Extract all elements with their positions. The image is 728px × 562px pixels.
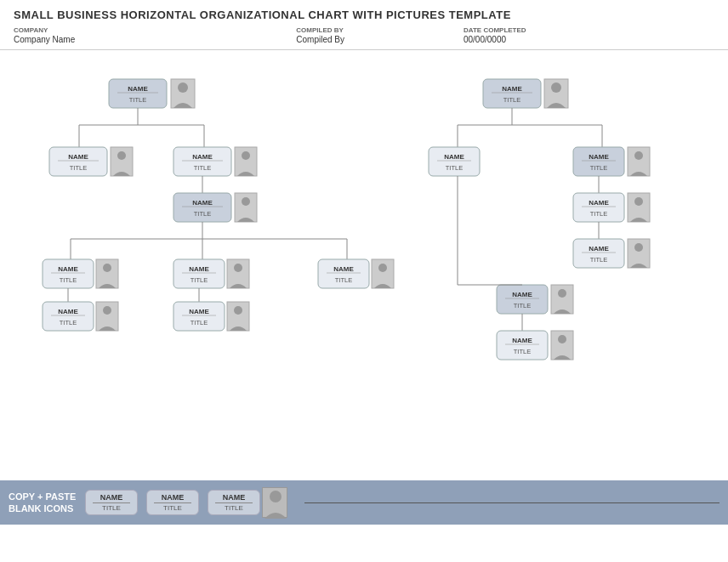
bottom-line bbox=[304, 502, 719, 503]
svg-text:NAME: NAME bbox=[58, 265, 78, 273]
svg-point-113 bbox=[558, 335, 566, 343]
svg-text:NAME: NAME bbox=[128, 85, 148, 93]
date-label: DATE COMPLETED bbox=[464, 26, 526, 34]
svg-point-58 bbox=[234, 306, 242, 315]
svg-text:NAME: NAME bbox=[189, 265, 209, 273]
svg-text:TITLE: TITLE bbox=[503, 96, 520, 104]
svg-point-85 bbox=[634, 151, 643, 160]
svg-text:TITLE: TITLE bbox=[590, 210, 607, 218]
svg-text:TITLE: TITLE bbox=[590, 256, 607, 264]
svg-text:TITLE: TITLE bbox=[60, 276, 77, 284]
svg-text:TITLE: TITLE bbox=[60, 319, 77, 326]
svg-text:NAME: NAME bbox=[58, 308, 78, 315]
svg-text:NAME: NAME bbox=[589, 245, 609, 253]
svg-text:NAME: NAME bbox=[333, 265, 354, 273]
compiled-label: COMPILED BY bbox=[296, 26, 344, 34]
svg-text:NAME: NAME bbox=[589, 153, 609, 161]
template-node-3: NAME TITLE bbox=[208, 487, 287, 518]
svg-text:TITLE: TITLE bbox=[129, 96, 146, 104]
svg-text:TITLE: TITLE bbox=[194, 164, 211, 172]
bottom-bar-label: COPY + PASTE BLANK ICONS bbox=[9, 491, 77, 515]
svg-text:TITLE: TITLE bbox=[590, 164, 607, 172]
page-title: SMALL BUSINESS HORIZONTAL ORGANIZATIONAL… bbox=[0, 0, 728, 25]
svg-text:TITLE: TITLE bbox=[514, 302, 531, 309]
svg-point-21 bbox=[242, 151, 250, 160]
svg-point-51 bbox=[234, 264, 242, 272]
meta-row: COMPANY Company Name COMPILED BY Compile… bbox=[0, 25, 728, 50]
company-value[interactable]: Company Name bbox=[14, 35, 75, 44]
svg-text:TITLE: TITLE bbox=[194, 210, 211, 218]
svg-text:NAME: NAME bbox=[68, 153, 88, 161]
svg-text:NAME: NAME bbox=[444, 153, 464, 161]
svg-point-14 bbox=[117, 151, 126, 160]
svg-point-28 bbox=[242, 197, 250, 206]
svg-text:TITLE: TITLE bbox=[335, 276, 352, 284]
svg-text:TITLE: TITLE bbox=[514, 348, 531, 355]
svg-point-99 bbox=[634, 243, 643, 252]
svg-text:TITLE: TITLE bbox=[446, 164, 463, 172]
date-value[interactable]: 00/00/0000 bbox=[464, 35, 526, 44]
company-label: COMPANY bbox=[14, 26, 75, 34]
svg-point-44 bbox=[103, 306, 111, 315]
template-node-2: NAME TITLE bbox=[146, 490, 199, 515]
svg-point-65 bbox=[378, 264, 387, 272]
svg-text:NAME: NAME bbox=[189, 308, 209, 315]
svg-text:NAME: NAME bbox=[512, 337, 532, 344]
svg-text:NAME: NAME bbox=[192, 153, 213, 161]
bottom-bar: COPY + PASTE BLANK ICONS NAME TITLE NAME… bbox=[0, 480, 728, 525]
svg-text:NAME: NAME bbox=[502, 85, 522, 93]
svg-point-5 bbox=[178, 82, 188, 93]
org-chart-svg: NAME TITLE NAME TITLE NAME TITLE NAME TI… bbox=[7, 55, 718, 472]
template-node-1: NAME TITLE bbox=[85, 490, 138, 515]
svg-text:TITLE: TITLE bbox=[191, 319, 208, 326]
svg-point-106 bbox=[558, 289, 566, 298]
svg-text:TITLE: TITLE bbox=[70, 164, 87, 172]
svg-point-37 bbox=[103, 264, 111, 272]
chart-area: NAME TITLE NAME TITLE NAME TITLE NAME TI… bbox=[0, 55, 728, 474]
svg-text:NAME: NAME bbox=[589, 199, 609, 207]
svg-point-71 bbox=[551, 82, 561, 93]
template-person-icon bbox=[262, 487, 287, 518]
svg-text:NAME: NAME bbox=[192, 199, 213, 207]
svg-point-92 bbox=[634, 197, 643, 206]
svg-text:NAME: NAME bbox=[512, 291, 532, 298]
svg-point-115 bbox=[270, 491, 282, 502]
compiled-value[interactable]: Compiled By bbox=[296, 35, 344, 44]
svg-text:TITLE: TITLE bbox=[191, 276, 208, 284]
